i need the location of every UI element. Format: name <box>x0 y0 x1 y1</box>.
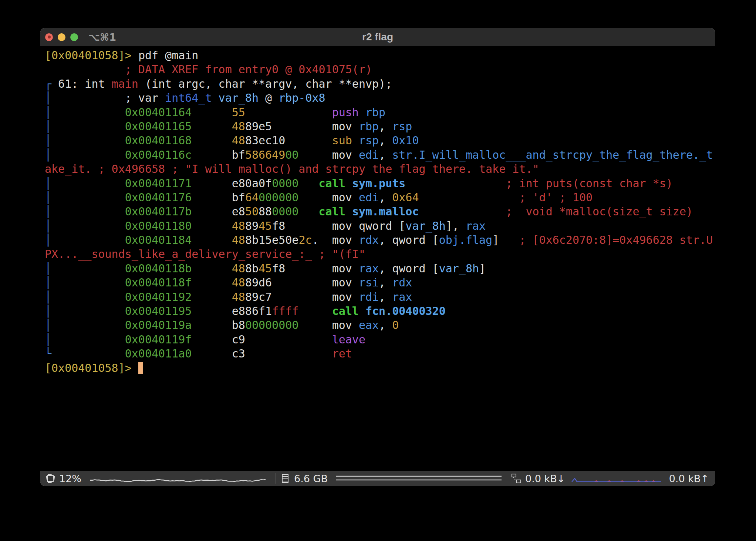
close-button[interactable] <box>45 33 53 41</box>
network-sparkline <box>570 473 663 484</box>
title-bar[interactable]: ⌥⌘1 r2 flag <box>40 28 715 46</box>
terminal-line: │ 0x00401180 488945f8 mov qword [var_8h]… <box>45 219 715 233</box>
terminal-cursor <box>138 362 143 374</box>
modified-indicator-dot <box>48 36 51 38</box>
terminal-line: │ 0x00401168 4883ec10 sub rsp, 0x10 <box>45 134 715 148</box>
terminal-line: │ 0x00401192 4889c7 mov rdi, rax <box>45 290 715 304</box>
terminal-line: │ 0x00401195 e886f1ffff call fcn.0040032… <box>45 304 715 318</box>
cpu-chip-icon <box>45 473 56 484</box>
minimize-button[interactable] <box>58 33 65 41</box>
tab-shortcut-label: ⌥⌘1 <box>88 31 116 43</box>
memory-icon <box>280 473 291 484</box>
memory-usage-label: 6.6 GB <box>294 473 328 484</box>
terminal-line: │ 0x0040119f c9 leave <box>45 333 715 347</box>
terminal-line: │ 0x0040116c bf58664900 mov edi, str.I_w… <box>45 148 715 162</box>
terminal-line: │ 0x0040118f 4889d6 mov rsi, rdx <box>45 276 715 290</box>
terminal-line: │ ; var int64_t var_8h @ rbp-0x8 <box>45 91 715 105</box>
memory-status-section: 6.6 GB <box>276 471 507 486</box>
terminal-line: │ 0x00401165 4889e5 mov rbp, rsp <box>45 120 715 134</box>
terminal-line: │ 0x0040118b 488b45f8 mov rax, qword [va… <box>45 262 715 276</box>
terminal-line: PX...__sounds_like_a_delivery_service_:_… <box>45 247 715 261</box>
terminal-line: [0x00401058]> pdf @main <box>45 48 715 63</box>
cpu-usage-label: 12% <box>59 473 81 484</box>
network-status-section: 0.0 kB↓ 0.0 kB↑ <box>507 471 715 486</box>
cpu-status-section: 12% <box>40 471 276 486</box>
status-bar: 12% 6.6 GB <box>40 471 715 486</box>
terminal-output[interactable]: [0x00401058]> pdf @main ; DATA XREF from… <box>40 46 715 471</box>
terminal-line: ake_it. ; 0x496658 ; "I will malloc() an… <box>45 162 715 176</box>
terminal-line: │ 0x0040119a b800000000 mov eax, 0 <box>45 318 715 332</box>
terminal-line: │ 0x00401176 bf64000000 mov edi, 0x64 ; … <box>45 191 715 205</box>
network-upload-label: 0.0 kB↑ <box>669 473 709 484</box>
terminal-line: │ 0x00401184 488b15e50e2c. mov rdx, qwor… <box>45 233 715 247</box>
terminal-line: ; DATA XREF from entry0 @ 0x401075(r) <box>45 63 715 77</box>
network-download-label: 0.0 kB↓ <box>525 473 565 484</box>
terminal-line: │ 0x00401171 e80a0f0000 call sym.puts ; … <box>45 177 715 191</box>
traffic-lights <box>45 33 78 41</box>
terminal-line: │ 0x0040117b e850880000 call sym.malloc … <box>45 205 715 219</box>
memory-usage-graph <box>335 473 502 484</box>
terminal-window: ⌥⌘1 r2 flag [0x00401058]> pdf @main ; DA… <box>40 28 715 486</box>
terminal-line: │ 0x00401164 55 push rbp <box>45 105 715 120</box>
window-title: r2 flag <box>40 31 715 43</box>
terminal-line: ┌ 61: int main (int argc, char **argv, c… <box>45 77 715 91</box>
cpu-usage-sparkline <box>90 473 267 484</box>
zoom-button[interactable] <box>70 33 78 41</box>
terminal-line: └ 0x004011a0 c3 ret <box>45 347 715 361</box>
terminal-line: [0x00401058]> <box>45 361 715 375</box>
desktop-background: ⌥⌘1 r2 flag [0x00401058]> pdf @main ; DA… <box>0 0 756 541</box>
network-icon <box>511 473 522 484</box>
